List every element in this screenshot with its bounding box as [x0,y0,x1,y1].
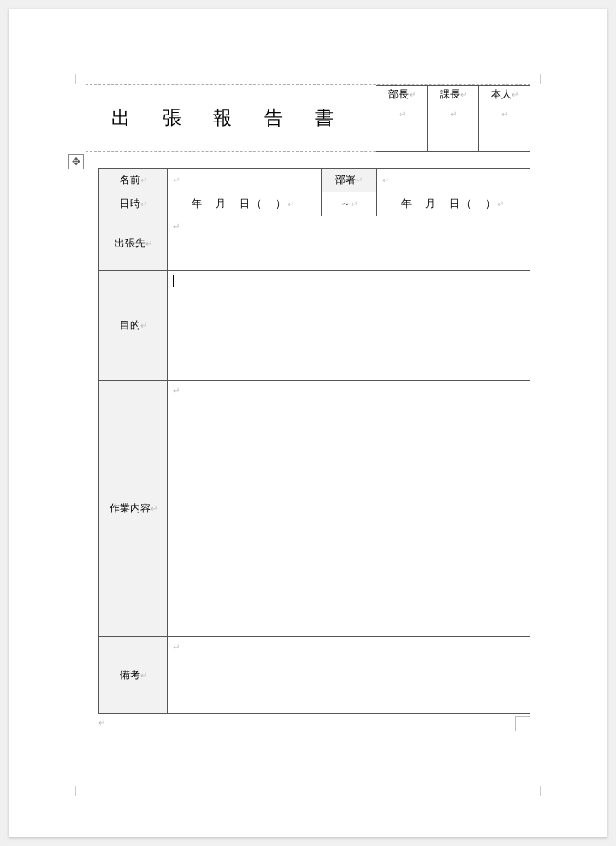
report-form-table: 名前↵ ↵ 部署↵ ↵ 日時↵ 年 月 日（ ）↵ ～↵ 年 月 日（ ）↵ 出… [98,168,530,714]
margin-corner-tl [75,74,86,84]
label-name: 名前↵ [99,169,168,192]
field-destination[interactable]: ↵ [168,216,530,271]
label-notes: 備考↵ [99,637,168,714]
label-department: 部署↵ [321,169,376,192]
label-destination: 出張先↵ [99,216,168,271]
para-mark-icon: ↵ [450,109,457,119]
label-work-content: 作業内容↵ [99,381,168,637]
para-mark-icon: ↵ [460,90,467,99]
approval-stamp-table: 部長↵ 課長↵ 本人↵ ↵ ↵ ↵ [376,85,530,152]
para-mark-icon: ↵ [512,90,518,99]
field-work-content[interactable]: ↵ [168,381,530,637]
approval-stamp-manager[interactable]: ↵ [376,104,428,151]
para-mark-icon: ↵ [399,109,406,119]
margin-corner-bl [75,786,86,796]
margin-corner-br [530,786,541,796]
text-cursor-icon [173,275,174,287]
label-datetime: 日時↵ [99,192,168,216]
label-purpose: 目的↵ [99,271,168,381]
field-purpose[interactable] [168,271,530,381]
field-date-from[interactable]: 年 月 日（ ）↵ [168,192,322,216]
margin-corner-tr [530,74,541,84]
approval-header-self: 本人↵ [479,85,530,104]
approval-header-manager: 部長↵ [376,85,428,104]
page-setup-box-icon[interactable] [515,716,530,731]
field-date-to[interactable]: 年 月 日（ ）↵ [376,192,530,216]
approval-header-chief: 課長↵ [428,85,479,104]
document-content[interactable]: 出 張 報 告 書 部長↵ 課長↵ 本人↵ ↵ ↵ ↵ ✥ 名前↵ ↵ [98,84,530,718]
document-title: 出 張 報 告 書 [86,105,376,131]
para-mark-icon: ↵ [409,90,416,99]
date-separator: ～↵ [321,192,376,216]
para-mark-icon: ↵ [501,109,508,119]
field-notes[interactable]: ↵ [168,637,530,714]
approval-stamp-chief[interactable]: ↵ [428,104,479,151]
para-mark-icon: ↵ [98,718,105,727]
table-spacer: ✥ [98,152,530,168]
field-department[interactable]: ↵ [376,169,530,192]
approval-stamp-self[interactable]: ↵ [479,104,530,151]
field-name[interactable]: ↵ [168,169,322,192]
table-move-handle-icon[interactable]: ✥ [68,154,84,169]
header-row: 出 張 報 告 書 部長↵ 課長↵ 本人↵ ↵ ↵ ↵ [86,84,530,152]
document-page: 出 張 報 告 書 部長↵ 課長↵ 本人↵ ↵ ↵ ↵ ✥ 名前↵ ↵ [9,9,607,837]
